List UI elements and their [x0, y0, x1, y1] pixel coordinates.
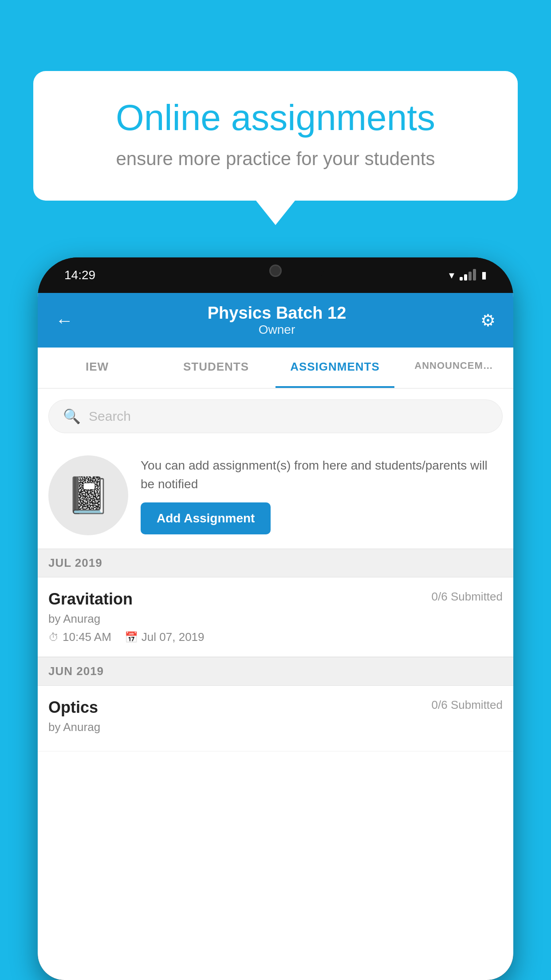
search-placeholder: Search: [89, 409, 131, 424]
back-button[interactable]: ←: [55, 312, 73, 329]
app-content: ← Physics Batch 12 Owner ⚙ IEW STUDENTS …: [38, 293, 513, 980]
promo-text: You can add assignment(s) from here and …: [141, 456, 503, 534]
assignment-date-value: Jul 07, 2019: [142, 630, 205, 644]
notebook-icon: 📓: [66, 474, 110, 516]
speech-bubble-container: Online assignments ensure more practice …: [33, 71, 518, 225]
tab-announcements[interactable]: ANNOUNCEM…: [394, 348, 513, 388]
front-camera: [269, 265, 282, 277]
wifi-icon: ▾: [449, 269, 454, 281]
speech-bubble-title: Online assignments: [69, 98, 482, 138]
header-center: Physics Batch 12 Owner: [208, 304, 346, 337]
assignment-top-row: Gravitation 0/6 Submitted: [48, 590, 503, 609]
status-time: 14:29: [64, 268, 95, 282]
promo-icon-circle: 📓: [48, 455, 128, 535]
phone-screen: ← Physics Batch 12 Owner ⚙ IEW STUDENTS …: [38, 293, 513, 980]
assignment-date: 📅 Jul 07, 2019: [125, 630, 205, 644]
status-icons: ▾ ▮: [449, 269, 487, 281]
assignment-item-gravitation[interactable]: Gravitation 0/6 Submitted by Anurag ⏱ 10…: [38, 577, 513, 657]
speech-bubble-arrow: [256, 201, 295, 225]
phone-frame: 14:29 ▾ ▮ ← Physics Batch 12 Owner: [38, 257, 513, 980]
promo-section: 📓 You can add assignment(s) from here an…: [38, 442, 513, 549]
assignment-status-gravitation: 0/6 Submitted: [432, 590, 503, 604]
search-icon: 🔍: [63, 408, 81, 425]
assignment-author-optics: by Anurag: [48, 720, 503, 734]
add-assignment-button[interactable]: Add Assignment: [141, 502, 271, 534]
assignment-time-value: 10:45 AM: [63, 630, 111, 644]
speech-bubble-subtitle: ensure more practice for your students: [69, 148, 482, 170]
speech-bubble: Online assignments ensure more practice …: [33, 71, 518, 201]
settings-icon[interactable]: ⚙: [480, 311, 496, 330]
calendar-icon: 📅: [125, 631, 138, 644]
phone-notch: [227, 257, 324, 284]
clock-icon: ⏱: [48, 631, 59, 644]
section-header-jun: JUN 2019: [38, 657, 513, 686]
assignment-meta-gravitation: ⏱ 10:45 AM 📅 Jul 07, 2019: [48, 630, 503, 644]
batch-role: Owner: [208, 323, 346, 337]
assignment-item-optics[interactable]: Optics 0/6 Submitted by Anurag: [38, 686, 513, 751]
app-header: ← Physics Batch 12 Owner ⚙: [38, 293, 513, 348]
assignment-title-optics: Optics: [48, 698, 98, 717]
batch-title: Physics Batch 12: [208, 304, 346, 323]
assignment-top-row-optics: Optics 0/6 Submitted: [48, 698, 503, 717]
promo-description: You can add assignment(s) from here and …: [141, 456, 503, 494]
search-bar[interactable]: 🔍 Search: [48, 399, 503, 433]
assignment-author-gravitation: by Anurag: [48, 612, 503, 626]
signal-icon: [460, 270, 476, 281]
assignment-time: ⏱ 10:45 AM: [48, 630, 111, 644]
tab-assignments[interactable]: ASSIGNMENTS: [276, 348, 394, 388]
section-header-jul: JUL 2019: [38, 549, 513, 577]
status-bar: 14:29 ▾ ▮: [38, 257, 513, 293]
tab-iew[interactable]: IEW: [38, 348, 157, 388]
assignment-title-gravitation: Gravitation: [48, 590, 133, 609]
assignment-status-optics: 0/6 Submitted: [432, 698, 503, 712]
tab-students[interactable]: STUDENTS: [157, 348, 276, 388]
battery-icon: ▮: [481, 269, 487, 281]
tabs-bar: IEW STUDENTS ASSIGNMENTS ANNOUNCEM…: [38, 348, 513, 389]
